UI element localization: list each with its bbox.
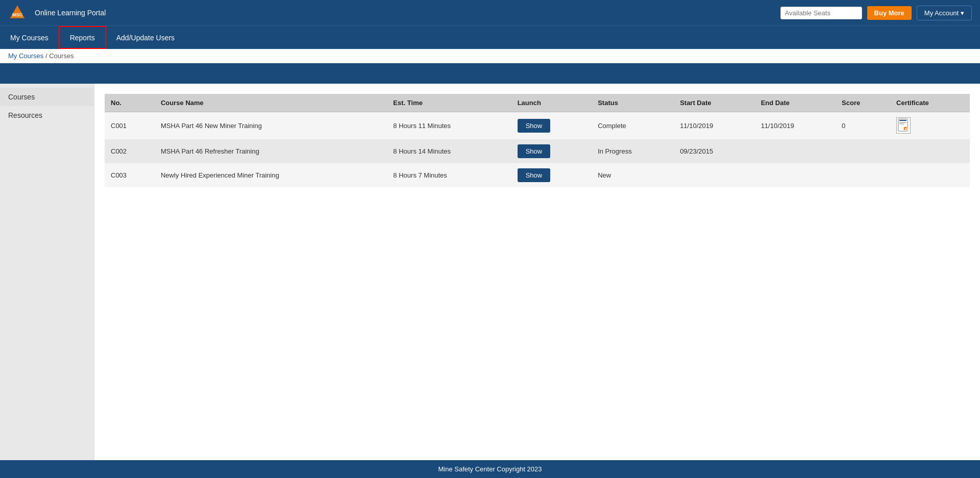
nav-item-my-courses[interactable]: My Courses — [0, 26, 59, 49]
cell-no: C002 — [105, 139, 155, 163]
col-header-end-date: End Date — [755, 94, 836, 112]
cell-course-name: Newly Hired Experienced Miner Training — [155, 163, 387, 187]
nav-label-my-courses: My Courses — [10, 34, 48, 42]
col-header-start-date: Start Date — [674, 94, 754, 112]
cell-no: C001 — [105, 112, 155, 140]
buy-more-button[interactable]: Buy More — [867, 6, 912, 20]
header: MSC Online Learning Portal Buy More My A… — [0, 0, 980, 26]
nav-item-reports[interactable]: Reports — [59, 26, 106, 49]
cell-end-date: 11/10/2019 — [755, 112, 836, 140]
cell-certificate: ★ — [890, 112, 970, 140]
breadcrumb-current: Courses — [49, 52, 74, 60]
table-header-row: No. Course Name Est. Time Launch Status … — [105, 94, 970, 112]
svg-text:MSC: MSC — [12, 12, 23, 17]
breadcrumb-home-link[interactable]: My Courses — [8, 52, 43, 60]
breadcrumb: My Courses / Courses — [0, 49, 980, 63]
nav-label-add-update-users: Add/Update Users — [116, 34, 175, 42]
available-seats-input[interactable] — [780, 7, 862, 19]
sidebar-item-resources[interactable]: Resources — [0, 106, 94, 124]
certificate-icon[interactable]: ★ — [896, 117, 911, 134]
header-right: Buy More My Account ▾ — [780, 6, 972, 20]
cell-start-date — [674, 163, 754, 187]
msc-logo-icon: MSC — [8, 4, 27, 22]
cell-end-date — [755, 163, 836, 187]
svg-rect-3 — [899, 120, 906, 121]
cell-no: C003 — [105, 163, 155, 187]
table-row: C002 MSHA Part 46 Refresher Training 8 H… — [105, 139, 970, 163]
cell-launch: Show — [511, 163, 592, 187]
main-content: Courses Resources No. Course Name Est. T… — [0, 84, 980, 460]
col-header-no: No. — [105, 94, 155, 112]
footer-copyright: Mine Safety Center Copyright 2023 — [438, 465, 542, 473]
cell-course-name: MSHA Part 46 Refresher Training — [155, 139, 387, 163]
nav-label-reports: Reports — [70, 34, 95, 42]
sidebar: Courses Resources — [0, 84, 94, 460]
cell-est-time: 8 Hours 11 Minutes — [387, 112, 511, 140]
col-header-certificate: Certificate — [890, 94, 970, 112]
logo-area: MSC Online Learning Portal — [8, 4, 106, 22]
sidebar-item-courses[interactable]: Courses — [0, 88, 94, 106]
cell-est-time: 8 Hours 14 Minutes — [387, 139, 511, 163]
cell-certificate — [890, 163, 970, 187]
blue-banner — [0, 63, 980, 84]
col-header-launch: Launch — [511, 94, 592, 112]
cell-score — [836, 163, 890, 187]
cell-score: 0 — [836, 112, 890, 140]
svg-rect-4 — [899, 122, 906, 123]
cell-start-date: 09/23/2015 — [674, 139, 754, 163]
cell-course-name: MSHA Part 46 New Miner Training — [155, 112, 387, 140]
show-button[interactable]: Show — [518, 119, 551, 133]
footer: Mine Safety Center Copyright 2023 — [0, 460, 980, 478]
cell-start-date: 11/10/2019 — [674, 112, 754, 140]
col-header-course-name: Course Name — [155, 94, 387, 112]
chevron-down-icon: ▾ — [961, 9, 964, 17]
cell-status: In Progress — [592, 139, 674, 163]
cell-status: Complete — [592, 112, 674, 140]
nav-item-add-update-users[interactable]: Add/Update Users — [106, 26, 185, 49]
cell-certificate — [890, 139, 970, 163]
navbar: My Courses Reports Add/Update Users — [0, 26, 980, 49]
portal-title: Online Learning Portal — [35, 9, 106, 17]
cell-launch: Show — [511, 139, 592, 163]
my-account-button[interactable]: My Account ▾ — [917, 6, 972, 20]
cell-end-date — [755, 139, 836, 163]
col-header-status: Status — [592, 94, 674, 112]
table-row: C001 MSHA Part 46 New Miner Training 8 H… — [105, 112, 970, 140]
show-button[interactable]: Show — [518, 144, 551, 158]
svg-rect-5 — [899, 123, 904, 124]
header-left: MSC Online Learning Portal — [8, 4, 106, 22]
col-header-est-time: Est. Time — [387, 94, 511, 112]
courses-table: No. Course Name Est. Time Launch Status … — [105, 94, 970, 187]
cell-est-time: 8 Hours 7 Minutes — [387, 163, 511, 187]
cell-score — [836, 139, 890, 163]
my-account-label: My Account — [924, 9, 959, 17]
col-header-score: Score — [836, 94, 890, 112]
show-button[interactable]: Show — [518, 168, 551, 182]
cell-launch: Show — [511, 112, 592, 140]
cell-status: New — [592, 163, 674, 187]
table-row: C003 Newly Hired Experienced Miner Train… — [105, 163, 970, 187]
table-area: No. Course Name Est. Time Launch Status … — [94, 84, 980, 460]
